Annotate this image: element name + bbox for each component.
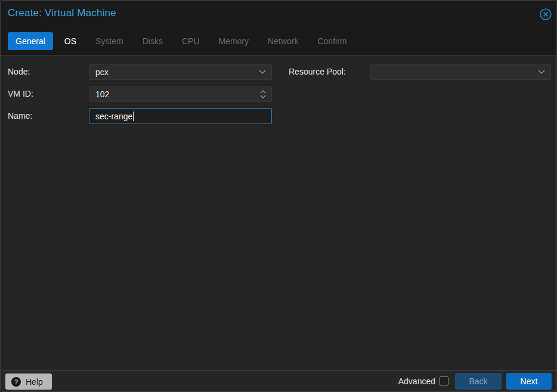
vmid-value: 102 <box>95 89 109 99</box>
node-value: pcx <box>95 67 109 77</box>
help-button[interactable]: ? Help <box>5 374 52 390</box>
close-button[interactable] <box>539 8 552 21</box>
text-caret <box>133 112 134 121</box>
footer-bar: ? Help Advanced Back Next <box>1 370 556 391</box>
dialog-title: Create: Virtual Machine <box>8 7 116 19</box>
tab-confirm: Confirm <box>310 32 354 50</box>
tab-system: System <box>88 32 131 50</box>
vmid-label: VM ID: <box>8 86 33 102</box>
chevron-down-icon[interactable] <box>259 70 266 74</box>
name-label: Name: <box>8 108 32 124</box>
next-button[interactable]: Next <box>506 373 552 390</box>
tab-os[interactable]: OS <box>57 32 84 50</box>
name-value: sec-range <box>95 112 132 121</box>
footer-actions: Advanced Back Next <box>398 371 552 391</box>
tab-cpu: CPU <box>174 32 208 50</box>
tab-general[interactable]: General <box>8 32 53 50</box>
advanced-label: Advanced <box>398 376 435 386</box>
tab-disks: Disks <box>135 32 171 50</box>
spinner-up-down-icon[interactable] <box>260 90 266 98</box>
vmid-spinner-field[interactable]: 102 <box>89 86 272 102</box>
node-label: Node: <box>8 64 30 80</box>
close-icon <box>539 8 552 21</box>
question-circle-icon: ? <box>11 377 21 387</box>
create-vm-dialog: Create: Virtual Machine General OS Syste… <box>0 0 557 392</box>
advanced-checkbox[interactable] <box>440 376 448 385</box>
chevron-down-icon[interactable] <box>538 70 545 74</box>
tab-memory: Memory <box>211 32 257 50</box>
resource-pool-label: Resource Pool: <box>289 64 346 80</box>
node-combobox[interactable]: pcx <box>89 64 272 80</box>
tab-network: Network <box>260 32 306 50</box>
name-input[interactable]: sec-range <box>89 108 272 124</box>
dialog-header: Create: Virtual Machine <box>1 1 556 27</box>
resource-pool-combobox[interactable] <box>370 64 551 80</box>
back-button[interactable]: Back <box>455 373 502 390</box>
tab-bar: General OS System Disks CPU Memory Netwo… <box>1 27 556 55</box>
help-label: Help <box>26 377 43 387</box>
